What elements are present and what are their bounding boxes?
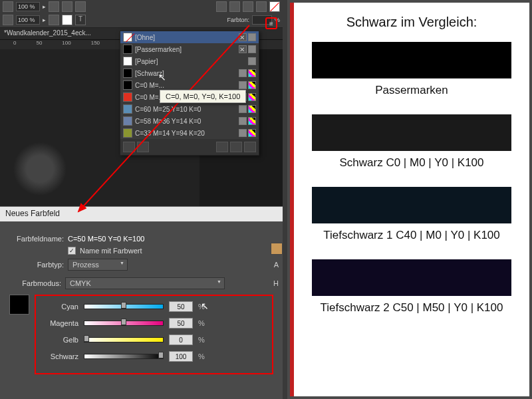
dialog-ok-button[interactable] <box>271 243 283 255</box>
farbtyp-label: Farbtyp: <box>9 261 64 269</box>
dialog-button-h[interactable]: H <box>273 279 279 287</box>
swatches-panel-footer <box>120 139 259 155</box>
tool-icon[interactable] <box>49 1 59 12</box>
swatch-row[interactable]: [Ohne]✕ <box>120 31 259 43</box>
name-with-value-label: Name mit Farbwert <box>80 247 142 255</box>
swatch-name-value: C=50 M=50 Y=0 K=100 <box>68 235 144 243</box>
comparison-label: Schwarz C0 | M0 | Y0 | K100 <box>309 156 515 170</box>
delete-swatch-icon[interactable] <box>244 142 256 152</box>
tool-icon[interactable] <box>62 1 72 12</box>
comparison-label: Tiefschwarz 1 C40 | M0 | Y0 | K100 <box>309 229 515 242</box>
slider-value-input[interactable] <box>169 351 193 362</box>
opacity-input[interactable] <box>16 15 40 25</box>
tool-icon[interactable] <box>49 15 59 25</box>
dialog-button-a[interactable]: A <box>274 261 279 269</box>
cmyk-icon <box>248 81 256 89</box>
slider-track[interactable] <box>84 337 164 342</box>
slider-track[interactable] <box>84 304 164 309</box>
farbmodus-dropdown[interactable]: CMYK <box>65 277 225 289</box>
none-swatch-icon[interactable] <box>269 1 280 12</box>
swatch-row[interactable]: C=60 M=25 Y=10 K=0 <box>120 103 259 115</box>
shape-icon[interactable] <box>229 1 240 12</box>
tool-icon[interactable] <box>3 1 13 12</box>
color-mode-icon <box>248 33 256 41</box>
color-mode-icon <box>239 81 247 89</box>
slider-thumb[interactable] <box>121 319 126 325</box>
new-swatch-dialog: Neues Farbfeld Farbfeldname: C=50 M=50 Y… <box>0 206 283 399</box>
swatch-row[interactable]: C=33 M=14 Y=94 K=20 <box>120 127 259 139</box>
comparison-label: Passermarken <box>309 84 515 97</box>
farbmodus-label: Farbmodus: <box>9 279 61 287</box>
cmyk-slider-row: Magenta % <box>40 318 268 329</box>
swatch-tooltip: C=0, M=0, Y=0, K=100 <box>160 90 246 103</box>
color-mode-icon <box>248 57 256 65</box>
swatch-view-icon[interactable] <box>137 142 149 152</box>
slider-label: Magenta <box>40 319 78 327</box>
slider-value-input[interactable] <box>169 318 193 329</box>
tool-icon[interactable] <box>3 15 13 25</box>
delete-icon[interactable]: ✕ <box>239 45 247 53</box>
cmyk-icon <box>248 129 256 137</box>
cursor-icon: ↖ <box>158 72 166 82</box>
shape-icon[interactable] <box>256 1 267 12</box>
swatch-name: [Passermarken] <box>135 46 236 53</box>
slider-thumb[interactable] <box>121 302 126 309</box>
swatch-name: C=0 M=... <box>135 82 236 89</box>
fill-stroke-icon[interactable] <box>62 15 72 25</box>
slider-label: Gelb <box>40 336 78 344</box>
swatch-name-label: Farbfeldname: <box>9 235 64 243</box>
cmyk-icon <box>248 105 256 113</box>
swatch-chip <box>123 57 132 66</box>
color-mode-icon <box>239 129 247 137</box>
cursor-icon: ↖ <box>201 301 209 311</box>
farbtyp-dropdown[interactable]: Prozess <box>68 259 128 271</box>
swatch-row[interactable]: [Papier] <box>120 55 259 67</box>
panel-menu-button[interactable]: ≡ <box>265 17 277 29</box>
swatch-name: C=33 M=14 Y=94 K=20 <box>135 130 236 137</box>
slider-value-input[interactable] <box>169 334 193 345</box>
slider-label: Schwarz <box>40 352 78 360</box>
swatch-row[interactable]: C=58 M=36 Y=14 K=0 <box>120 115 259 127</box>
swatch-chip <box>123 116 132 126</box>
color-mode-icon <box>239 117 247 125</box>
shape-icon[interactable] <box>216 1 227 12</box>
farbton-label: Farbton: <box>227 17 249 23</box>
type-icon[interactable]: T <box>75 15 86 25</box>
shape-icon[interactable] <box>243 1 253 12</box>
swatch-chip <box>123 128 132 138</box>
swatch-chip <box>123 33 132 42</box>
options-toolbar: ▸ ▸ T Farbton: % ≡ <box>0 0 283 28</box>
new-swatch-icon[interactable] <box>230 142 242 152</box>
comparison-swatch <box>312 187 511 223</box>
zoom-input[interactable] <box>16 2 40 11</box>
cmyk-slider-row: Schwarz % <box>40 351 268 362</box>
slider-track[interactable] <box>84 354 164 359</box>
cmyk-icon <box>248 93 256 101</box>
swatch-chip <box>123 104 132 114</box>
swatch-name: [Ohne] <box>135 34 236 41</box>
swatch-row[interactable]: [Schwarz] <box>120 67 259 79</box>
color-mode-icon <box>248 45 256 53</box>
cmyk-slider-row: Gelb % <box>40 334 268 345</box>
slider-thumb[interactable] <box>158 352 164 358</box>
swatch-name: C=58 M=36 Y=14 K=0 <box>135 118 236 125</box>
tool-icon[interactable] <box>75 1 86 12</box>
slider-track[interactable] <box>84 321 164 326</box>
delete-icon[interactable]: ✕ <box>239 33 247 41</box>
new-group-icon[interactable] <box>216 142 228 152</box>
slider-value-input[interactable] <box>169 301 193 312</box>
comparison-label: Tiefschwarz 2 C50 | M50 | Y0 | K100 <box>309 301 515 315</box>
cmyk-sliders-group: Cyan %Magenta %Gelb %Schwarz % <box>35 295 273 374</box>
comparison-pane: Schwarz im Vergleich: PassermarkenSchwar… <box>287 0 532 399</box>
name-with-value-checkbox[interactable]: ✓ <box>68 247 76 255</box>
cmyk-icon <box>248 69 256 77</box>
swatch-name: [Papier] <box>135 58 245 65</box>
swatch-view-icon[interactable] <box>123 142 135 152</box>
swatch-name: [Schwarz] <box>135 70 236 77</box>
comparison-swatch <box>312 42 511 78</box>
swatch-chip <box>123 80 132 90</box>
swatch-row[interactable]: [Passermarken]✕ <box>120 43 259 55</box>
comparison-swatch <box>312 114 511 151</box>
swatch-chip <box>123 68 132 78</box>
slider-thumb[interactable] <box>84 335 89 342</box>
